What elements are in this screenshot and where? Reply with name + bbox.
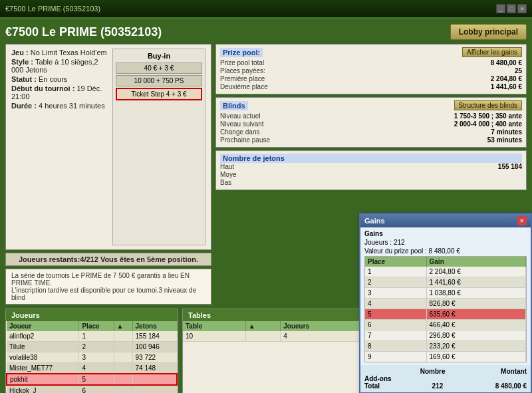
gain-amount: 466,40 € <box>426 320 525 330</box>
duree-value: 4 heures 31 minutes <box>39 102 105 110</box>
lobby-button[interactable]: Lobby principal <box>450 24 527 40</box>
gains-footer: Nombre Montant Add-ons Total 212 8 480,0… <box>360 365 531 392</box>
gains-close-button[interactable]: ✕ <box>517 216 527 225</box>
statut-value: En cours <box>39 75 67 83</box>
blinds-label-0: Niveau actuel <box>220 112 261 120</box>
blinds-section: Blinds Structure des blinds Niveau actue… <box>215 97 527 148</box>
gain-amount: 1 441,60 € <box>426 277 525 288</box>
buyin-option-3[interactable]: Ticket Step 4 + 3 € <box>116 88 202 100</box>
chips-label-2: Bas <box>220 179 231 186</box>
gains-table-row[interactable]: 7 296,80 € <box>365 330 526 341</box>
chips-title: Nombre de jetons <box>220 154 522 163</box>
page-title: €7500 Le PRIME (50352103) <box>5 25 162 39</box>
gains-table-row[interactable]: 1 2 204,80 € <box>365 267 526 277</box>
gains-prize: Valeur du prize pool : 8 480,00 € <box>364 247 527 255</box>
buyin-option-1[interactable]: 40 € + 3 € <box>116 63 202 74</box>
gains-table-row[interactable]: 8 233,20 € <box>365 341 526 352</box>
player-sort <box>114 374 132 385</box>
gain-amount: 1 038,80 € <box>426 288 525 299</box>
structure-blinds-button[interactable]: Structure des blinds <box>454 100 522 110</box>
gain-amount: 296,80 € <box>426 330 525 341</box>
chips-label-1: Moye <box>220 171 236 178</box>
duree-label: Durée : <box>11 102 37 110</box>
gain-place: 6 <box>365 320 426 330</box>
gains-table-row[interactable]: 3 1 038,80 € <box>365 288 526 299</box>
gain-place: 8 <box>365 341 426 352</box>
gain-place: 5 <box>365 309 426 320</box>
title-bar-controls: _ □ ✕ <box>496 4 527 13</box>
players-table-row[interactable]: Tilule 2 100 946 <box>7 342 177 352</box>
prize-value-1: 25 <box>515 67 522 74</box>
player-jetons: 155 184 <box>132 331 177 342</box>
chips-label-0: Haut <box>220 163 234 170</box>
players-bar: Joueurs restants:4/212 Vous êtes en 5ème… <box>5 253 211 266</box>
player-place: 5 <box>79 374 114 385</box>
gains-table-row[interactable]: 4 826,80 € <box>365 299 526 309</box>
gains-title-bar: Gains ✕ <box>360 214 531 227</box>
info-style: Style : Table à 10 sièges,2 000 Jetons <box>11 58 107 74</box>
gains-footer-addons: Add-ons <box>364 375 527 382</box>
players-table-row[interactable]: volatile38 3 93 722 <box>7 352 177 363</box>
prize-label-2: Première place <box>220 75 265 82</box>
close-button[interactable]: ✕ <box>517 4 527 13</box>
gain-amount: 635,60 € <box>426 309 525 320</box>
debut-label: Début du tournoi : <box>11 84 74 92</box>
prize-value-2: 2 204,80 € <box>491 75 522 82</box>
col-place: Place <box>79 321 114 331</box>
blinds-row-3: Prochaine pause 53 minutes <box>220 136 522 144</box>
style-label: Style : <box>11 58 33 66</box>
buyin-option-2[interactable]: 10 000 + 750 PS <box>116 75 202 86</box>
chips-row-1: Moye <box>220 171 522 178</box>
players-table-row[interactable]: Hickok_J 6 <box>7 385 177 393</box>
gains-total-number: 212 <box>432 382 444 390</box>
blinds-label-3: Prochaine pause <box>220 136 270 144</box>
prize-label-3: Deuxième place <box>220 83 268 90</box>
gains-body: Gains Joueurs : 212 Valeur du prize pool… <box>360 227 531 365</box>
title-bar-left: €7500 Le PRIME (50352103) <box>5 5 100 13</box>
players-table-header: Joueur Place ▲ Jetons <box>7 321 177 331</box>
players-table-row[interactable]: alinflop2 1 155 184 <box>7 331 177 342</box>
player-sort <box>114 331 132 342</box>
info-panel: Jeu : No Limit Texas Hold'em Style : Tab… <box>5 44 211 250</box>
left-info-section: Jeu : No Limit Texas Hold'em Style : Tab… <box>5 44 211 305</box>
players-table-row[interactable]: Mister_MET77 4 74 148 <box>7 363 177 374</box>
prize-value-0: 8 480,00 € <box>491 59 522 66</box>
gain-place: 4 <box>365 299 426 309</box>
player-name: volatile38 <box>7 352 79 363</box>
maximize-button[interactable]: □ <box>507 4 516 13</box>
jeu-value: No Limit Texas Hold'em <box>31 49 107 57</box>
gain-amount: 826,80 € <box>426 299 525 309</box>
gains-table-row[interactable]: 9 169,60 € <box>365 352 526 362</box>
chips-row-0: Haut 155 184 <box>220 163 522 170</box>
gains-title: Gains <box>364 217 385 225</box>
chips-value-0: 155 184 <box>498 163 522 170</box>
header-row: €7500 Le PRIME (50352103) Lobby principa… <box>5 24 527 40</box>
table-sort <box>245 331 281 342</box>
afficher-gains-button[interactable]: Afficher les gains <box>462 47 522 57</box>
prize-label-1: Places payées: <box>220 67 265 74</box>
col-table: Table <box>183 321 245 331</box>
blinds-value-0: 1 750-3 500 ; 350 ante <box>454 112 522 120</box>
gains-header: Place Gain <box>365 257 526 267</box>
statut-label: Statut : <box>11 75 37 83</box>
info-jeu: Jeu : No Limit Texas Hold'em <box>11 49 107 57</box>
gain-place: 1 <box>365 267 426 277</box>
players-tbody: alinflop2 1 155 184 Tilule 2 100 946 vol… <box>7 331 177 393</box>
minimize-button[interactable]: _ <box>496 4 505 13</box>
blinds-label-1: Niveau suivant <box>220 120 264 128</box>
gains-table-row[interactable]: 5 635,60 € <box>365 309 526 320</box>
player-jetons <box>132 374 177 385</box>
players-tab: Joueurs <box>6 309 178 321</box>
desc-line-0: La série de tournois Le PRIME de 7 500 €… <box>11 272 205 287</box>
player-sort <box>114 363 132 374</box>
player-name: pokhit <box>7 374 79 385</box>
buyin-title: Buy-in <box>116 52 202 60</box>
gains-table-row[interactable]: 6 466,40 € <box>365 320 526 330</box>
gains-table-row[interactable]: 2 1 441,60 € <box>365 277 526 288</box>
info-statut: Statut : En cours <box>11 75 107 83</box>
player-place: 4 <box>79 363 114 374</box>
prize-label-0: Prize pool total <box>220 59 264 66</box>
gains-modal: Gains ✕ Gains Joueurs : 212 Valeur du pr… <box>359 213 532 393</box>
players-table-row[interactable]: pokhit 5 <box>7 374 177 385</box>
player-sort <box>114 352 132 363</box>
